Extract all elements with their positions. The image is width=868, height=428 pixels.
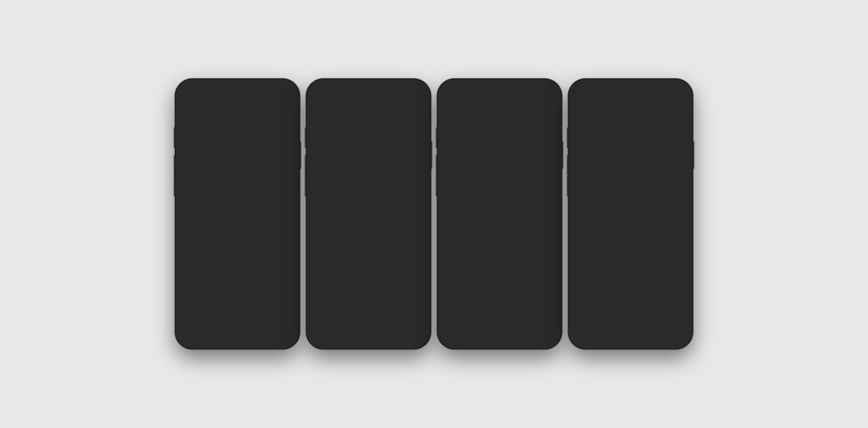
sticker-cell[interactable]: 🧔🧐 [257, 217, 293, 257]
svg-text:🤷: 🤷 [659, 263, 665, 268]
sticker-cell[interactable]: 🧔❤️ [219, 134, 255, 174]
sticker-cell[interactable] [650, 134, 686, 170]
sticker-cell[interactable]: &$!#% [575, 246, 611, 282]
svg-text:❤️: ❤️ [625, 222, 632, 229]
sticker-cell[interactable]: 👍 [650, 171, 686, 207]
sticker-cell[interactable]: 🐵😛 [388, 314, 424, 337]
svg-point-99 [663, 155, 673, 161]
done-button[interactable]: Done [536, 104, 550, 111]
sticker-cell[interactable]: 🧔🤦 [257, 300, 293, 337]
tap-resume-text[interactable]: Tap to Resume [483, 173, 516, 179]
sticker-cell[interactable]: Z [575, 171, 611, 207]
sticker-cell[interactable]: 😭 [575, 134, 611, 170]
cancel-button[interactable]: Cancel [449, 104, 467, 111]
color-swatch-tan[interactable] [485, 216, 498, 229]
svg-point-179 [632, 299, 636, 304]
svg-point-117 [625, 192, 636, 198]
close-button-2[interactable]: ✕ [411, 118, 420, 128]
svg-point-59 [494, 303, 497, 306]
sticker-cell[interactable]: 🧔😮 [257, 258, 293, 299]
signal-icon-4 [656, 93, 662, 97]
svg-point-46 [538, 252, 541, 255]
phone-3: 3:34 [437, 79, 562, 349]
sticker-cell[interactable]: ❤️ [613, 134, 649, 170]
svg-point-66 [530, 303, 533, 306]
sticker-cell[interactable]: 🌟 [575, 208, 611, 245]
svg-point-1 [404, 97, 405, 97]
sticker-cell[interactable]: 🐵😮 [313, 314, 349, 337]
sticker-cell[interactable]: 👍 [613, 171, 649, 207]
header-title-group-2: 🐵 Memoji Stickers [316, 117, 375, 128]
sticker-cell[interactable]: 🧔👎 [257, 175, 293, 215]
sticker-cell[interactable]: 🧔😂 [182, 134, 218, 174]
sticker-cell[interactable]: 😯 [613, 321, 649, 337]
sticker-cell[interactable]: 🙉😱 [388, 269, 424, 313]
sticker-area-4[interactable]: 😭 ❤️ [573, 131, 688, 337]
sticker-cell[interactable]: 🤷 [650, 246, 686, 282]
sticker-cell[interactable]: 🙄 [575, 321, 611, 337]
sticker-area-1[interactable]: 🧔😂 🧔❤️ 🧔⛈️ 🧔😴 🧔👍 🧔👎 🧔🌟 🧔👓 🧔🧐 🧔🤬 🧔😰 🧔😮 🧔🙌… [180, 131, 295, 337]
svg-text:😭: 😭 [591, 145, 594, 148]
sticker-cell[interactable]: 🧔🤬 [182, 258, 218, 299]
sticker-cell[interactable]: 🧔🌟 [182, 217, 218, 257]
sticker-cell[interactable]: 🤣 [650, 283, 686, 319]
headwear-option-grey-cap[interactable] [519, 236, 552, 269]
sticker-cell[interactable]: 😱 [650, 321, 686, 337]
svg-point-85 [625, 149, 630, 154]
svg-point-105 [589, 188, 591, 190]
sticker-cell[interactable]: 🧔😴 [182, 175, 218, 215]
svg-point-52 [459, 303, 462, 306]
sticker-cell[interactable]: 🐵😴 [313, 179, 349, 222]
sticker-cell[interactable]: ❤️ [613, 208, 649, 245]
phone-screen-3: 3:34 [442, 84, 557, 344]
color-swatch-dark[interactable] [468, 216, 481, 229]
sticker-cell[interactable]: 🙉❤️ [313, 224, 349, 267]
sticker-cell[interactable]: 🐵😂 [313, 134, 349, 177]
close-button-1[interactable]: ✕ [280, 118, 289, 128]
sticker-cell[interactable]: 🐵😵 [350, 314, 387, 337]
tab-eyewear[interactable]: Eyewear [471, 201, 492, 210]
headwear-option-2a[interactable] [448, 286, 480, 319]
close-button-4[interactable]: ✕ [673, 118, 683, 128]
sticker-cell[interactable]: 🧔👍 [219, 175, 255, 215]
sticker-cell[interactable]: 🤦 [575, 283, 611, 319]
svg-point-98 [670, 151, 672, 153]
editor-avatar-area[interactable]: Tap to Resume [442, 116, 557, 189]
svg-text:🤦: 🤦 [584, 300, 590, 306]
svg-point-56 [491, 292, 508, 306]
sticker-cell[interactable]: 🐵🤬 [388, 224, 424, 267]
sticker-cell[interactable]: 🙊😝 [350, 224, 387, 267]
time-1: 3:32 [188, 92, 199, 97]
sticker-cell[interactable]: 🐵😍 [350, 134, 387, 177]
color-swatch-olive[interactable] [518, 216, 531, 229]
header-title-group-4: 🧔 Memoji Stickers [579, 117, 637, 128]
sticker-cell[interactable]: 🙌 [613, 246, 649, 282]
svg-point-76 [589, 151, 591, 153]
sticker-cell[interactable]: 🧔🤷 [219, 300, 255, 337]
tab-headwear[interactable]: Headwear [503, 201, 528, 210]
sticker-cell[interactable]: 🐵😠 [350, 269, 387, 313]
sticker-cell[interactable]: 🧔🙌 [182, 300, 218, 337]
svg-point-174 [588, 305, 598, 311]
headwear-option-white-cap[interactable] [483, 236, 516, 269]
battery-icon-4 [671, 93, 680, 97]
headwear-option-2b[interactable] [483, 286, 516, 319]
sticker-cell[interactable]: 🧔⛈️ [257, 134, 293, 174]
sticker-cell[interactable]: 🐵😰 [388, 179, 424, 222]
headwear-option-2c[interactable] [519, 286, 552, 319]
sticker-cell[interactable]: 🐵⛈️ [388, 134, 424, 177]
sticker-cell[interactable]: 🐵🌟 [350, 179, 387, 222]
signal-icon-1 [263, 93, 269, 97]
color-swatch-blue[interactable] [535, 216, 548, 229]
headwear-option-none[interactable] [448, 236, 480, 269]
sticker-cell[interactable]: 😵 [613, 283, 649, 319]
sticker-area-2[interactable]: 🐵😂 🐵😍 🐵⛈️ 🐵😴 🐵🌟 🐵😰 🙉❤️ 🙊😝 🐵🤬 🐵😢 🐵😠 🙉😱 🐵😮… [311, 131, 426, 337]
sticker-cell[interactable]: 🧔😰 [219, 258, 255, 299]
sticker-cell[interactable] [650, 208, 686, 245]
svg-point-30 [466, 252, 469, 255]
color-swatch-white[interactable] [451, 216, 465, 229]
sticker-cell[interactable]: 🐵😢 [313, 269, 349, 313]
sticker-cell[interactable]: 🧔👓 [219, 217, 255, 257]
color-swatch-brown[interactable] [501, 216, 514, 229]
svg-text:😯: 😯 [623, 336, 630, 337]
